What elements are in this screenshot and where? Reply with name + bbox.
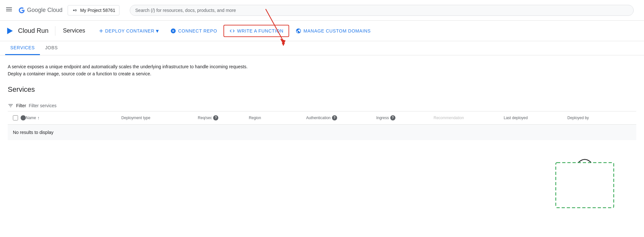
filter-bar: Filter Filter services (8, 100, 636, 111)
filter-icon (8, 103, 14, 109)
ingress-help-icon[interactable]: ? (390, 115, 395, 120)
secondary-navigation: Cloud Run Services DEPLOY CONTAINER ▾ CO… (0, 21, 644, 41)
header-region-col: Region (249, 116, 306, 120)
auth-help-icon[interactable]: ? (332, 115, 337, 120)
search-placeholder: Search (/) for resources, docs, products… (135, 8, 236, 13)
deploy-container-button[interactable]: DEPLOY CONTAINER ▾ (93, 25, 164, 37)
status-circle-icon (21, 115, 26, 120)
svg-point-1 (75, 9, 77, 11)
header-req-col: Req/sec ? (198, 115, 249, 120)
svg-point-0 (73, 9, 75, 11)
select-all-checkbox[interactable] (13, 115, 18, 120)
svg-marker-2 (7, 28, 13, 34)
green-annotation (553, 153, 617, 211)
connect-repo-label: CONNECT REPO (178, 28, 217, 33)
header-last-deployed-col: Last deployed (504, 116, 567, 120)
header-name-col: Name ↑ (26, 115, 121, 120)
tab-jobs[interactable]: JOBS (40, 41, 63, 55)
sort-icon[interactable]: ↑ (37, 115, 40, 120)
write-a-function-label: WRITE A FUNCTION (237, 28, 283, 33)
write-a-function-button[interactable]: WRITE A FUNCTION (223, 25, 289, 37)
main-content: A service exposes a unique endpoint and … (0, 55, 644, 219)
filter-services-placeholder[interactable]: Filter services (29, 103, 56, 108)
desc-line-2: Deploy a container image, source code or… (8, 70, 636, 77)
manage-custom-domains-label: MANAGE CUSTOM DOMAINS (303, 28, 371, 33)
tabs-container: SERVICES JOBS (0, 41, 644, 55)
header-recommendation-col: Recommendation (434, 116, 504, 120)
hamburger-menu[interactable] (5, 5, 13, 15)
table-header: Name ↑ Deployment type Req/sec ? Region … (8, 111, 636, 125)
header-deploy-col: Deployment type (121, 116, 198, 120)
google-cloud-logo: Google Cloud (18, 7, 62, 14)
filter-label: Filter (16, 103, 26, 108)
header-auth-col: Authentication ? (306, 115, 376, 120)
manage-custom-domains-button[interactable]: MANAGE CUSTOM DOMAINS (290, 25, 376, 36)
project-name: My Project 58761 (80, 8, 115, 13)
req-help-icon[interactable]: ? (213, 115, 218, 120)
header-deployed-by-col: Deployed by (567, 116, 631, 120)
tab-services[interactable]: SERVICES (5, 41, 40, 55)
google-cloud-text: Google Cloud (27, 7, 62, 14)
deploy-dropdown-icon[interactable]: ▾ (156, 27, 159, 34)
action-buttons-group: DEPLOY CONTAINER ▾ CONNECT REPO WRITE A … (93, 25, 639, 37)
services-section-title: Services (8, 85, 636, 94)
header-ingress-col: Ingress ? (376, 115, 433, 120)
deploy-container-label: DEPLOY CONTAINER (105, 28, 155, 33)
connect-repo-button[interactable]: CONNECT REPO (165, 25, 222, 36)
cloud-run-label: Cloud Run (18, 27, 49, 34)
desc-line-1: A service exposes a unique endpoint and … (8, 63, 636, 70)
project-selector[interactable]: My Project 58761 (68, 5, 119, 15)
services-page-label: Services (55, 27, 93, 34)
svg-rect-6 (556, 163, 614, 208)
no-results-message: No results to display (8, 125, 636, 140)
header-check-col (13, 115, 26, 120)
top-navigation: Google Cloud My Project 58761 Search (/)… (0, 0, 644, 21)
cloud-run-brand: Cloud Run (5, 26, 55, 36)
service-description: A service exposes a unique endpoint and … (8, 63, 636, 78)
search-bar[interactable]: Search (/) for resources, docs, products… (130, 5, 634, 16)
